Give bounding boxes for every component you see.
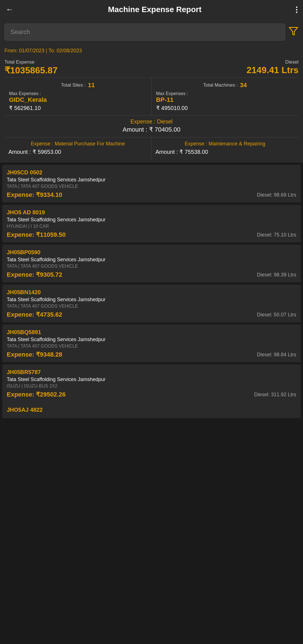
total-expense-label: Total Expense — [4, 59, 58, 65]
max-expense-machine-amount: ₹ 495010.00 — [156, 105, 294, 111]
machine-diesel: Diesel: 75.10 Ltrs — [257, 232, 296, 238]
expense-diesel-amount-label: Amount : — [122, 126, 147, 133]
expense-diesel-title: Expense : Diesel — [9, 118, 294, 125]
max-expense-machine-name: BP-11 — [156, 96, 294, 103]
diesel-value: 2149.41 Ltrs — [247, 65, 299, 75]
machine-diesel: Diesel: 311.92 Ltrs — [254, 392, 296, 398]
page-title: Machine Expense Report — [13, 5, 296, 14]
search-input[interactable] — [4, 24, 285, 40]
machine-expense: Expense: ₹11059.50 — [7, 231, 66, 238]
machines-stat-cell: Total Machines : 34 Max Expenses : BP-11… — [152, 78, 299, 115]
machine-diesel: Diesel: 98.84 Ltrs — [257, 352, 296, 358]
expense-maintenance-amount-value: ₹ 75538.00 — [179, 149, 208, 155]
machine-id: JH05CD 0502 — [7, 169, 296, 176]
filter-icon[interactable] — [288, 26, 299, 38]
machine-card[interactable]: JH05CD 0502 Tata Steel Scaffolding Servi… — [2, 165, 301, 202]
total-sites-count: 11 — [88, 82, 95, 89]
expense-diesel-amount: Amount : ₹ 70405.00 — [9, 126, 294, 133]
expense-two-col: Expense : Material Purchase For Machine … — [4, 137, 299, 159]
machine-type: ISUZU | ISUZU-BUS 2X2 — [7, 384, 296, 389]
machine-expense: Expense: ₹4735.62 — [7, 311, 62, 318]
expense-maintenance-col: Expense : Maintenance & Repairing Amount… — [152, 138, 299, 159]
expense-material-title: Expense : Material Purchase For Machine — [8, 141, 147, 147]
svg-marker-0 — [289, 27, 298, 35]
expense-material-col: Expense : Material Purchase For Machine … — [4, 138, 152, 159]
expense-maintenance-amount: Amount : ₹ 75538.00 — [156, 148, 295, 155]
machine-id: JHO5 AD 8019 — [7, 209, 296, 216]
machine-card[interactable]: JH05BN1420 Tata Steel Scaffolding Servic… — [2, 285, 301, 322]
diesel-label: Diesel — [247, 59, 299, 65]
total-machines-count: 34 — [240, 82, 247, 89]
sites-stat-cell: Total Sites : 11 Max Expenses : GIDC_Ker… — [4, 78, 152, 115]
machine-id: JH05BR5787 — [7, 369, 296, 375]
machine-card[interactable]: JHO5 AD 8019 Tata Steel Scaffolding Serv… — [2, 205, 301, 242]
search-bar-container — [0, 19, 303, 45]
machine-type: TATA | TATA 407 GOODS VEHICLE — [7, 264, 296, 269]
date-range-text: From: 01/07/2023 | To: 02/08/2023 — [4, 48, 82, 53]
max-expenses-machine-label: Max Expenses : — [156, 91, 294, 96]
machine-company: Tata Steel Scaffolding Services Jamshedp… — [7, 177, 296, 183]
expense-maintenance-amount-label: Amount : — [156, 149, 178, 155]
total-expense-value: ₹1035865.87 — [4, 65, 58, 76]
machine-type: TATA | TATA 407 GOODS VEHICLE — [7, 344, 296, 349]
back-button[interactable]: ← — [6, 5, 13, 14]
machine-card[interactable]: JH05BR5787 Tata Steel Scaffolding Servic… — [2, 364, 301, 402]
machine-type: TATA | TATA 407 GOODS VEHICLE — [7, 304, 296, 309]
max-expense-site-amount: ₹ 562961.10 — [9, 105, 147, 111]
machine-company: Tata Steel Scaffolding Services Jamshedp… — [7, 337, 296, 343]
machines-list: JH05CD 0502 Tata Steel Scaffolding Servi… — [0, 163, 303, 402]
machine-company: Tata Steel Scaffolding Services Jamshedp… — [7, 217, 296, 223]
total-sites-label: Total Sites : — [61, 82, 86, 88]
date-range-bar: From: 01/07/2023 | To: 02/08/2023 — [0, 45, 303, 57]
machine-expense: Expense: ₹9334.10 — [7, 191, 62, 199]
app-header: ← Machine Expense Report — [0, 0, 303, 19]
partial-machine-id: JHO5AJ 4822 — [7, 407, 296, 413]
expense-material-amount-value: ₹ 59653.00 — [33, 149, 61, 155]
machine-expense: Expense: ₹29502.26 — [7, 391, 66, 398]
summary-section: Total Expense ₹1035865.87 Diesel 2149.41… — [0, 57, 303, 163]
partial-machine-card[interactable]: JHO5AJ 4822 — [2, 402, 301, 418]
machine-diesel: Diesel: 98.69 Ltrs — [257, 192, 296, 198]
machine-type: TATA | TATA 407 GOODS VEHICLE — [7, 184, 296, 189]
machine-expense: Expense: ₹9305.72 — [7, 271, 62, 278]
machine-company: Tata Steel Scaffolding Services Jamshedp… — [7, 257, 296, 263]
stats-grid: Total Sites : 11 Max Expenses : GIDC_Ker… — [4, 77, 299, 115]
machine-id: JH05BQ5891 — [7, 329, 296, 335]
max-expense-site-name: GIDC_Kerala — [9, 96, 147, 103]
machine-type: HYUNDAI | I 10 CAR — [7, 224, 296, 229]
machine-company: Tata Steel Scaffolding Services Jamshedp… — [7, 377, 296, 382]
expense-diesel-card: Expense : Diesel Amount : ₹ 70405.00 — [4, 115, 299, 137]
expense-maintenance-title: Expense : Maintenance & Repairing — [156, 141, 295, 147]
machine-id: JH05BN1420 — [7, 289, 296, 296]
expense-material-amount: Amount : ₹ 59653.00 — [8, 148, 147, 155]
machine-expense: Expense: ₹9348.28 — [7, 351, 62, 358]
expense-material-amount-label: Amount : — [8, 149, 31, 155]
expense-diesel-amount-value: ₹ 70405.00 — [149, 126, 181, 133]
machine-diesel: Diesel: 98.39 Ltrs — [257, 272, 296, 278]
total-machines-label: Total Machines : — [203, 82, 238, 88]
machine-id: JH05BP0590 — [7, 249, 296, 256]
machine-card[interactable]: JH05BQ5891 Tata Steel Scaffolding Servic… — [2, 325, 301, 362]
more-options-button[interactable] — [296, 6, 297, 13]
max-expenses-site-label: Max Expenses : — [9, 91, 147, 96]
machine-company: Tata Steel Scaffolding Services Jamshedp… — [7, 297, 296, 303]
machine-diesel: Diesel: 50.07 Ltrs — [257, 312, 296, 318]
machine-card[interactable]: JH05BP0590 Tata Steel Scaffolding Servic… — [2, 245, 301, 282]
